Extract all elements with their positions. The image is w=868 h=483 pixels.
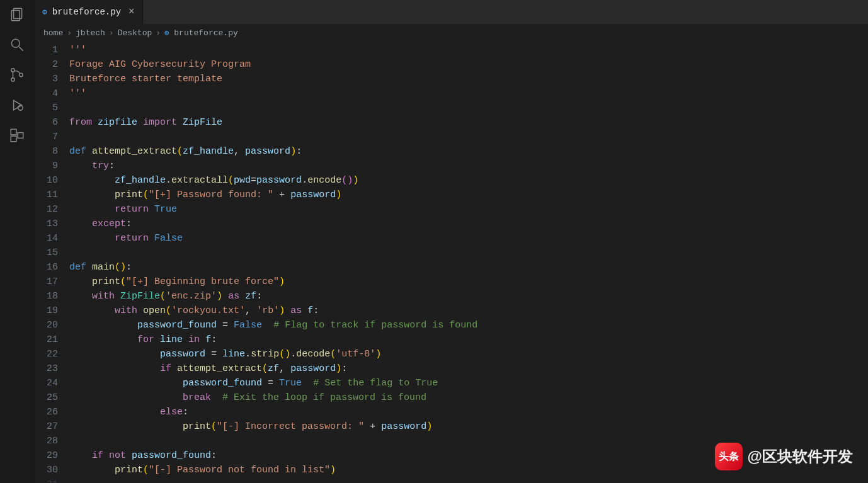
code-line[interactable]: if attempt_extract(zf, password): — [69, 361, 868, 376]
code-line[interactable]: if not password_found: — [69, 448, 868, 463]
svg-rect-11 — [18, 133, 23, 139]
code-area[interactable]: '''Forage AIG Cybersecurity ProgramBrute… — [69, 42, 868, 483]
tab-bruteforce[interactable]: ⚙ bruteforce.py × — [35, 0, 143, 24]
line-number: 16 — [35, 260, 58, 275]
activity-bar — [0, 0, 35, 483]
svg-point-5 — [11, 78, 14, 81]
line-number: 20 — [35, 318, 58, 332]
code-line[interactable]: return False — [69, 231, 868, 246]
svg-rect-0 — [14, 8, 22, 18]
python-file-icon: ⚙ — [42, 7, 47, 17]
line-number: 1 — [35, 43, 58, 57]
tab-bar: ⚙ bruteforce.py × — [35, 0, 868, 24]
code-line[interactable]: print("[-] Password not found in list") — [69, 463, 868, 477]
source-control-icon[interactable] — [8, 65, 26, 84]
debug-icon[interactable] — [8, 96, 26, 115]
breadcrumb-item-desktop[interactable]: Desktop — [118, 28, 152, 38]
line-number: 10 — [35, 173, 58, 188]
line-number: 9 — [35, 159, 58, 173]
code-line[interactable]: ''' — [69, 86, 868, 101]
code-line[interactable]: password_found = False # Flag to track i… — [69, 318, 868, 332]
code-line[interactable]: def main(): — [69, 260, 868, 275]
code-line[interactable]: break # Exit the loop if password is fou… — [69, 390, 868, 405]
svg-point-6 — [20, 73, 23, 76]
svg-point-2 — [11, 39, 20, 47]
code-line[interactable]: print("[+] Password found: " + password) — [69, 188, 868, 202]
line-number: 17 — [35, 275, 58, 289]
svg-point-4 — [11, 69, 14, 72]
breadcrumb: home › jbtech › Desktop › ⚙ bruteforce.p… — [35, 24, 868, 42]
breadcrumb-item-file[interactable]: bruteforce.py — [174, 28, 237, 38]
line-number: 18 — [35, 289, 58, 304]
code-line[interactable]: else: — [69, 405, 868, 419]
code-line[interactable]: return True — [69, 202, 868, 217]
code-line[interactable]: except: — [69, 217, 868, 231]
line-number: 26 — [35, 405, 58, 419]
line-number: 27 — [35, 419, 58, 434]
line-number: 28 — [35, 434, 58, 448]
line-number: 25 — [35, 390, 58, 405]
code-line[interactable] — [69, 246, 868, 260]
python-file-icon: ⚙ — [164, 28, 169, 38]
line-number: 5 — [35, 101, 58, 115]
line-number: 21 — [35, 332, 58, 347]
code-line[interactable]: password = line.strip().decode('utf-8') — [69, 347, 868, 361]
code-line[interactable] — [69, 101, 868, 115]
line-number: 7 — [35, 130, 58, 144]
line-number: 22 — [35, 347, 58, 361]
editor-main: ⚙ bruteforce.py × home › jbtech › Deskto… — [35, 0, 868, 483]
line-number: 24 — [35, 376, 58, 390]
code-line[interactable]: def attempt_extract(zf_handle, password)… — [69, 144, 868, 159]
close-icon[interactable]: × — [128, 6, 135, 18]
code-line[interactable]: Forage AIG Cybersecurity Program — [69, 57, 868, 72]
extensions-icon[interactable] — [8, 126, 26, 145]
code-line[interactable]: with open('rockyou.txt', 'rb') as f: — [69, 304, 868, 318]
files-icon[interactable] — [8, 5, 26, 24]
line-number: 2 — [35, 57, 58, 72]
code-line[interactable]: try: — [69, 159, 868, 173]
svg-rect-1 — [11, 11, 20, 21]
line-number: 15 — [35, 246, 58, 260]
line-number: 3 — [35, 72, 58, 86]
line-number: 8 — [35, 144, 58, 159]
chevron-right-icon: › — [67, 28, 72, 38]
code-line[interactable] — [69, 434, 868, 448]
line-number: 6 — [35, 115, 58, 130]
line-number: 29 — [35, 448, 58, 463]
code-line[interactable]: zf_handle.extractall(pwd=password.encode… — [69, 173, 868, 188]
line-number: 30 — [35, 463, 58, 477]
code-line[interactable]: print("[-] Incorrect password: " + passw… — [69, 419, 868, 434]
code-line[interactable]: from zipfile import ZipFile — [69, 115, 868, 130]
svg-rect-10 — [11, 136, 16, 142]
editor[interactable]: 1234567891011121314151617181920212223242… — [35, 42, 868, 483]
search-icon[interactable] — [8, 35, 26, 54]
line-number: 4 — [35, 86, 58, 101]
chevron-right-icon: › — [156, 28, 161, 38]
code-line[interactable] — [69, 130, 868, 144]
line-gutter: 1234567891011121314151617181920212223242… — [35, 42, 69, 483]
code-line[interactable]: with ZipFile('enc.zip') as zf: — [69, 289, 868, 304]
line-number: 14 — [35, 231, 58, 246]
code-line[interactable]: ''' — [69, 43, 868, 57]
svg-rect-9 — [11, 129, 16, 135]
tab-filename: bruteforce.py — [52, 7, 121, 17]
chevron-right-icon: › — [109, 28, 114, 38]
code-line[interactable]: print("[+] Beginning brute force") — [69, 275, 868, 289]
line-number: 19 — [35, 304, 58, 318]
code-line[interactable]: for line in f: — [69, 332, 868, 347]
code-line[interactable]: Bruteforce starter template — [69, 72, 868, 86]
line-number: 23 — [35, 361, 58, 376]
line-number: 12 — [35, 202, 58, 217]
code-line[interactable]: password_found = True # Set the flag to … — [69, 376, 868, 390]
line-number: 13 — [35, 217, 58, 231]
breadcrumb-item-home[interactable]: home — [43, 28, 63, 38]
line-number: 11 — [35, 188, 58, 202]
svg-line-3 — [19, 47, 23, 51]
breadcrumb-item-jbtech[interactable]: jbtech — [76, 28, 105, 38]
